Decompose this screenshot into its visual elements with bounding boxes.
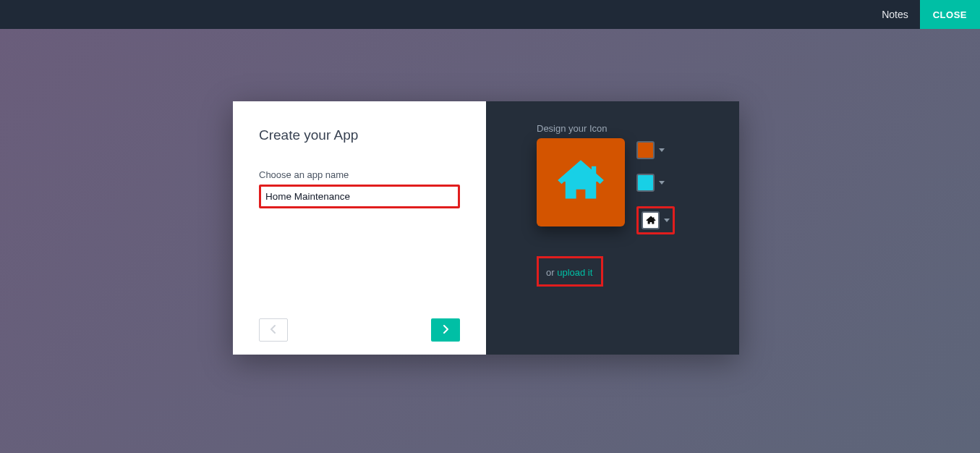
prev-button[interactable] [259, 318, 288, 342]
app-name-label: Choose an app name [259, 169, 460, 180]
app-name-highlight [259, 185, 460, 208]
icon-shape-picker[interactable] [642, 211, 670, 229]
icon-pickers [636, 138, 675, 234]
background-color-swatch[interactable] [636, 141, 655, 159]
dialog-title: Create your App [259, 127, 460, 143]
top-bar: Notes CLOSE [0, 0, 980, 29]
right-pane: Design your Icon [486, 101, 739, 355]
left-pane: Create your App Choose an app name [233, 101, 486, 355]
background-color-picker[interactable] [636, 141, 675, 159]
design-icon-label: Design your Icon [537, 123, 717, 134]
chevron-down-icon [659, 148, 665, 152]
upload-row: or upload it [537, 256, 717, 287]
home-icon [556, 158, 605, 206]
upload-or-text: or [546, 267, 557, 278]
close-button[interactable]: CLOSE [920, 0, 980, 29]
chevron-down-icon [664, 219, 670, 222]
create-app-dialog: Create your App Choose an app name Desig… [233, 101, 739, 355]
chevron-right-icon [442, 323, 449, 336]
foreground-color-swatch[interactable] [636, 174, 655, 192]
next-button[interactable] [431, 318, 460, 342]
upload-highlight: or upload it [537, 256, 603, 287]
notes-button[interactable]: Notes [870, 0, 920, 29]
wizard-nav [259, 318, 460, 342]
icon-preview [537, 138, 625, 226]
chevron-down-icon [659, 181, 665, 185]
upload-link[interactable]: upload it [557, 267, 592, 278]
chevron-left-icon [270, 323, 277, 336]
icon-picker-highlight [636, 206, 675, 234]
app-name-input[interactable] [263, 188, 456, 205]
foreground-color-picker[interactable] [636, 174, 675, 192]
icon-shape-swatch[interactable] [642, 211, 660, 229]
